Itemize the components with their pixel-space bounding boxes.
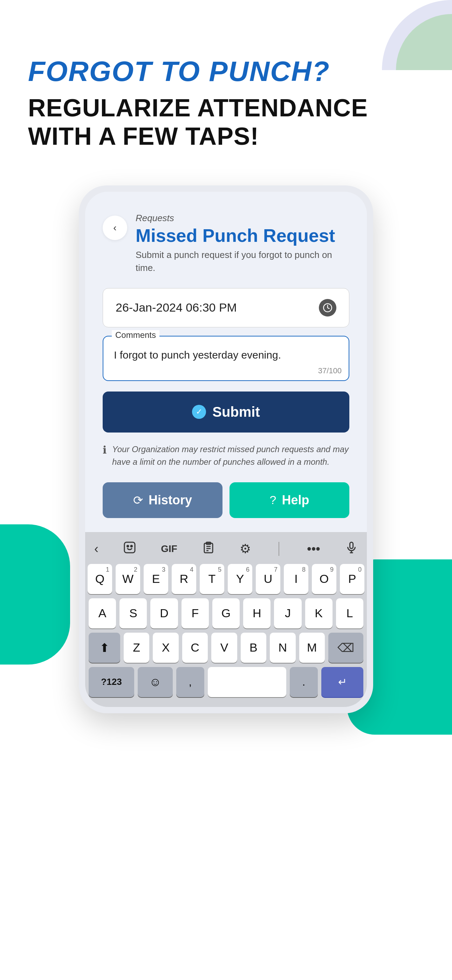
key-t[interactable]: 5T [200, 564, 224, 594]
form-area: 26-Jan-2024 06:30 PM Comments I forgot t… [103, 288, 349, 532]
clock-icon [319, 299, 336, 317]
phone-mockup: ‹ Requests Missed Punch Request Submit a… [0, 185, 452, 713]
datetime-value: 26-Jan-2024 06:30 PM [116, 301, 237, 314]
keyboard-row-4: ?123 ☺ , . ↵ [89, 667, 363, 697]
app-header: ‹ Requests Missed Punch Request Submit a… [103, 213, 349, 274]
keyboard-smiley-button[interactable] [123, 541, 136, 557]
submit-check-icon: ✓ [192, 405, 206, 419]
key-g[interactable]: G [212, 598, 240, 628]
headline-black: REGULARIZE ATTENDANCE WITH A FEW TAPS! [28, 94, 424, 150]
key-m[interactable]: M [299, 633, 325, 663]
key-a[interactable]: A [89, 598, 116, 628]
key-x[interactable]: X [153, 633, 178, 663]
backspace-key[interactable]: ⌫ [328, 633, 363, 663]
keyboard-mic-button[interactable] [345, 541, 358, 557]
keyboard-toolbar-divider [279, 542, 279, 556]
key-d[interactable]: D [150, 598, 178, 628]
key-k[interactable]: K [305, 598, 333, 628]
key-i[interactable]: 8I [284, 564, 308, 594]
keyboard-toolbar: ‹ GIF [89, 538, 363, 564]
key-b[interactable]: B [241, 633, 266, 663]
key-o[interactable]: 9O [312, 564, 336, 594]
key-y[interactable]: 6Y [228, 564, 252, 594]
shift-key[interactable]: ⬆ [89, 633, 120, 663]
history-button[interactable]: ⟳ History [103, 482, 223, 518]
datetime-input[interactable]: 26-Jan-2024 06:30 PM [103, 288, 349, 328]
page-subtitle: Submit a punch request if you forgot to … [135, 248, 349, 274]
keyboard-clipboard-button[interactable] [202, 541, 215, 557]
svg-rect-9 [350, 542, 353, 549]
header-section: FORGOT TO PUNCH? REGULARIZE ATTENDANCE W… [0, 0, 452, 164]
key-l[interactable]: L [336, 598, 363, 628]
enter-key[interactable]: ↵ [321, 667, 363, 697]
keyboard-gif-button[interactable]: GIF [161, 543, 177, 555]
comma-key[interactable]: , [176, 667, 204, 697]
spacebar-key[interactable] [208, 667, 286, 697]
key-n[interactable]: N [270, 633, 295, 663]
help-label: Help [282, 493, 309, 508]
comments-field[interactable]: Comments I forgot to punch yesterday eve… [103, 336, 349, 381]
headline-blue: FORGOT TO PUNCH? [28, 56, 424, 87]
keyboard-row-3: ⬆ Z X C V B N M ⌫ [89, 633, 363, 663]
phone-inner: ‹ Requests Missed Punch Request Submit a… [85, 192, 367, 707]
info-text: Your Organization may restrict missed pu… [112, 443, 349, 468]
key-r[interactable]: 4R [172, 564, 196, 594]
key-p[interactable]: 0P [340, 564, 364, 594]
key-c[interactable]: C [182, 633, 208, 663]
keyboard-settings-button[interactable]: ⚙ [240, 541, 251, 556]
key-v[interactable]: V [211, 633, 237, 663]
help-button[interactable]: ? Help [229, 482, 349, 518]
history-label: History [148, 493, 192, 508]
key-u[interactable]: 7U [256, 564, 280, 594]
char-count: 37/100 [318, 366, 342, 375]
key-w[interactable]: 2W [116, 564, 140, 594]
key-j[interactable]: J [274, 598, 301, 628]
keyboard-back-button[interactable]: ‹ [94, 541, 99, 556]
page-title: Missed Punch Request [135, 226, 349, 246]
action-buttons: ⟳ History ? Help [103, 482, 349, 532]
key-z[interactable]: Z [124, 633, 149, 663]
info-box: ℹ Your Organization may restrict missed … [103, 443, 349, 468]
submit-button[interactable]: ✓ Submit [103, 391, 349, 433]
keyboard-row-2: A S D F G H J K L [89, 598, 363, 628]
key-q[interactable]: 1Q [88, 564, 112, 594]
key-f[interactable]: F [181, 598, 209, 628]
back-button[interactable]: ‹ [103, 216, 127, 240]
period-key[interactable]: . [290, 667, 318, 697]
info-icon: ℹ [103, 444, 107, 456]
emoji-key[interactable]: ☺ [138, 667, 173, 697]
back-chevron-icon: ‹ [113, 223, 116, 233]
comments-text: I forgot to punch yesterday evening. [114, 347, 338, 363]
history-icon: ⟳ [133, 493, 143, 507]
keyboard: ‹ GIF [85, 532, 367, 707]
key-h[interactable]: H [243, 598, 271, 628]
submit-label: Submit [212, 404, 260, 420]
key-s[interactable]: S [119, 598, 147, 628]
phone-outer: ‹ Requests Missed Punch Request Submit a… [79, 185, 373, 713]
keyboard-row-1: 1Q 2W 3E 4R 5T 6Y 7U 8I 9O 0P [89, 564, 363, 594]
help-icon: ? [270, 493, 277, 507]
num-switch-key[interactable]: ?123 [89, 667, 134, 697]
svg-rect-1 [124, 542, 135, 553]
svg-point-2 [127, 546, 129, 547]
svg-point-3 [131, 546, 132, 547]
app-screen: ‹ Requests Missed Punch Request Submit a… [85, 192, 367, 532]
key-e[interactable]: 3E [144, 564, 168, 594]
breadcrumb-label: Requests [135, 213, 349, 224]
keyboard-more-button[interactable]: ••• [307, 541, 320, 556]
header-text-block: Requests Missed Punch Request Submit a p… [135, 213, 349, 274]
comments-label: Comments [112, 330, 159, 340]
